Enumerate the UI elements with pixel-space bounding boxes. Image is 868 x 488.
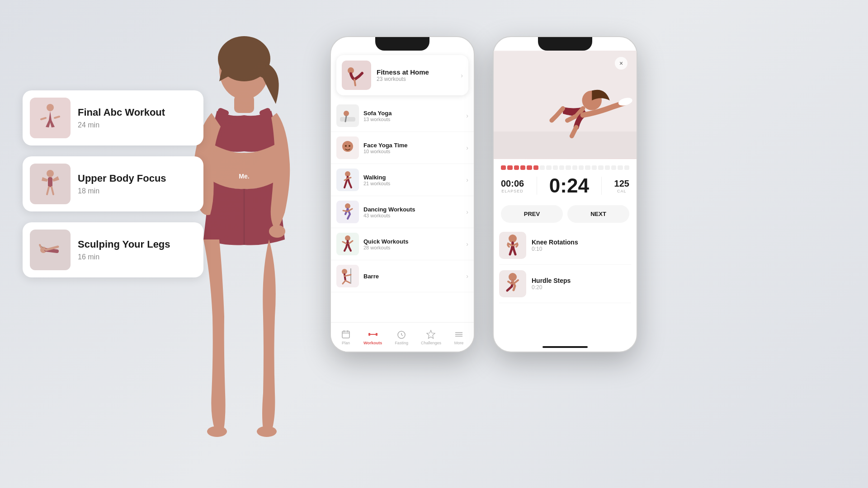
list-item-walking[interactable]: Walking 21 workouts ›: [331, 164, 474, 196]
workout-card-final-abc[interactable]: Final Abc Workout 24 min: [23, 90, 203, 145]
dumbbell-icon: [368, 329, 378, 339]
list-item-img-2: [336, 136, 359, 159]
calendar-icon: [341, 329, 351, 339]
cal-label: CAL: [614, 189, 629, 193]
featured-workout-card[interactable]: Fitness at Home 23 workouts ›: [336, 55, 468, 95]
list-chevron-icon-3: ›: [466, 176, 468, 183]
svg-point-5: [257, 426, 277, 437]
list-item-img-1: [336, 104, 359, 127]
svg-point-4: [207, 426, 227, 437]
dot-16: [598, 165, 603, 170]
nav-challenges-label: Challenges: [421, 341, 441, 345]
exercise-item-2[interactable]: Hurdle Steps 0:20: [499, 265, 631, 303]
svg-rect-37: [494, 131, 637, 158]
featured-subtitle: 23 workouts: [377, 76, 429, 82]
svg-point-13: [344, 111, 349, 116]
nav-more[interactable]: More: [454, 329, 464, 345]
list-chevron-icon-4: ›: [466, 208, 468, 216]
list-item-face-yoga[interactable]: Face Yoga Time 10 workouts ›: [331, 132, 474, 164]
featured-img: [342, 61, 371, 90]
elapsed-label: ELAPSED: [501, 189, 524, 193]
next-button[interactable]: NEXT: [567, 205, 629, 223]
nav-workouts[interactable]: Workouts: [363, 329, 382, 345]
exercise-duration-2: 0:20: [532, 284, 571, 291]
svg-point-16: [349, 145, 350, 147]
workout-card-info-2: Upper Body Focus 18 min: [78, 173, 166, 195]
list-item-info-1: Sofa Yoga 13 workouts: [363, 110, 392, 122]
phone1: Fitness at Home 23 workouts › Sofa Yoga …: [330, 36, 475, 352]
list-item-info-5: Quick Workouts 28 workouts: [363, 238, 408, 250]
svg-rect-22: [342, 331, 349, 338]
calories-display: 125 CAL: [614, 178, 629, 193]
phone2: ×: [493, 36, 637, 352]
list-item-img-3: [336, 169, 359, 191]
svg-text:Me.: Me.: [239, 173, 249, 180]
dot-15: [592, 165, 597, 170]
workout-card-img-1: [30, 98, 71, 138]
nav-fasting[interactable]: Fasting: [395, 329, 408, 345]
exercise-item-1[interactable]: Knee Rotations 0:10: [499, 226, 631, 265]
exercise-img-1: [499, 232, 526, 259]
list-subtitle-5: 28 workouts: [363, 245, 408, 250]
svg-point-7: [47, 104, 54, 111]
dot-6: [533, 165, 538, 170]
workout-controls: PREV NEXT: [494, 202, 637, 226]
workout-card-info-3: Sculping Your Legs 16 min: [78, 239, 170, 261]
nav-challenges[interactable]: Challenges: [421, 329, 441, 345]
nav-plan[interactable]: Plan: [341, 329, 351, 345]
dot-9: [553, 165, 558, 170]
svg-rect-27: [368, 333, 370, 336]
workout-hero-image: [494, 51, 637, 159]
nav-more-label: More: [454, 341, 464, 345]
nav-workouts-label: Workouts: [363, 341, 382, 345]
exercise-info-2: Hurdle Steps 0:20: [532, 277, 571, 291]
svg-rect-2: [234, 95, 254, 113]
svg-rect-28: [376, 333, 377, 336]
clock-icon: [396, 329, 406, 339]
nav-plan-label: Plan: [342, 341, 350, 345]
dot-11: [566, 165, 571, 170]
dot-12: [572, 165, 577, 170]
workout-card-upper-body[interactable]: Upper Body Focus 18 min: [23, 156, 203, 211]
list-chevron-icon-6: ›: [466, 272, 468, 280]
list-subtitle-2: 10 workouts: [363, 149, 408, 154]
featured-card-info: Fitness at Home 23 workouts: [377, 68, 429, 82]
bottom-nav: Plan Workouts: [331, 322, 474, 352]
timer-divider-2: [601, 177, 602, 195]
svg-point-41: [509, 273, 517, 281]
dot-19: [618, 165, 623, 170]
workout-card-sculping-legs[interactable]: Sculping Your Legs 16 min: [23, 222, 203, 277]
list-item-info-2: Face Yoga Time 10 workouts: [363, 142, 408, 154]
workout-list: Sofa Yoga 13 workouts › Face Yoga Time: [331, 100, 474, 292]
list-item-quick[interactable]: Quick Workouts 28 workouts ›: [331, 228, 474, 260]
list-item-sofa-yoga[interactable]: Sofa Yoga 13 workouts ›: [331, 100, 474, 132]
list-title-3: Walking: [363, 174, 390, 181]
dot-17: [605, 165, 610, 170]
workout-card-info-1: Final Abc Workout 24 min: [78, 107, 165, 129]
svg-line-31: [401, 335, 403, 336]
list-item-dancing[interactable]: Dancing Workouts 43 workouts ›: [331, 196, 474, 228]
list-chevron-icon-5: ›: [466, 240, 468, 248]
dot-18: [611, 165, 616, 170]
list-title-2: Face Yoga Time: [363, 142, 408, 149]
dot-10: [559, 165, 564, 170]
phone1-content: Fitness at Home 23 workouts › Sofa Yoga …: [331, 51, 474, 352]
list-chevron-icon-1: ›: [466, 112, 468, 119]
workout-card-img-3: [30, 230, 71, 270]
list-item-barre[interactable]: Barre ›: [331, 260, 474, 292]
list-subtitle-4: 43 workouts: [363, 213, 415, 218]
dot-1: [501, 165, 506, 170]
phone2-home-indicator: [542, 346, 588, 348]
list-item-info-4: Dancing Workouts 43 workouts: [363, 206, 415, 218]
timer-divider: [537, 177, 537, 195]
list-title-1: Sofa Yoga: [363, 110, 392, 117]
workout-cards-container: Final Abc Workout 24 min Upper Body Focu…: [23, 90, 203, 277]
close-button[interactable]: ×: [615, 57, 627, 70]
prev-button[interactable]: PREV: [501, 205, 563, 223]
list-title-6: Barre: [363, 273, 379, 280]
workout-duration-1: 24 min: [78, 121, 165, 129]
menu-icon: [454, 329, 464, 339]
svg-point-15: [345, 145, 347, 147]
timer-row: 00:06 ELAPSED 0:24 125 CAL: [501, 174, 629, 197]
list-subtitle-3: 21 workouts: [363, 181, 390, 186]
